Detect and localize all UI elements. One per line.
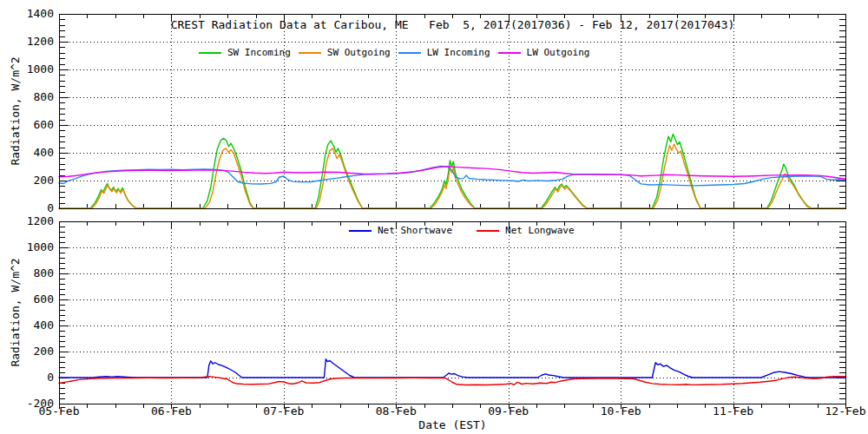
y-tick-label: 200 [2,174,54,187]
legend-label: LW Incoming [427,47,490,58]
plot-frame [60,222,846,404]
x-axis-label: Date (EST) [59,418,846,431]
legend-label: LW Outgoing [527,47,590,58]
legend-item-sw-outgoing: SW Outgoing [299,47,391,58]
net-shortwave-line-swatch [349,230,372,232]
sw-outgoing-line-swatch [299,52,321,54]
y-tick-label: 0 [2,202,54,214]
y-tick-label: 800 [2,91,54,103]
legend-item-net-shortwave: Net Shortwave [349,225,452,236]
sw-incoming-line-swatch [199,52,221,54]
axis-ticks [59,14,846,209]
x-tick-label: 10-Feb [593,405,648,418]
y-tick-label: 1200 [2,215,54,227]
legend-item-lw-incoming: LW Incoming [398,47,490,58]
x-tick-label: 05-Feb [31,405,87,418]
x-tick-label: 09-Feb [481,405,536,418]
radiation-components-plot [59,14,846,208]
y-tick-label: 1200 [2,36,54,48]
axis-ticks [59,221,846,409]
y-tick-label: 1000 [2,241,54,253]
legend-item-sw-incoming: SW Incoming [199,47,291,58]
net-radiation-plot [59,221,846,404]
y-tick-label: 200 [2,345,54,358]
bottom-panel [59,221,846,404]
legend-label: SW Incoming [227,47,291,58]
top-panel [59,14,846,208]
y-tick-label: 1000 [2,63,54,76]
plot-frame [60,15,846,209]
y-tick-label: 800 [2,267,54,279]
y-tick-label: 1400 [2,8,54,20]
x-tick-label: 11-Feb [706,405,761,418]
x-tick-label: 12-Feb [818,405,868,418]
y-tick-label: 0 [2,372,54,384]
net-shortwave-line [59,359,845,378]
legend-label: Net Shortwave [378,225,452,236]
y-tick-label: 400 [2,147,54,159]
legend-item-lw-outgoing: LW Outgoing [498,47,590,58]
x-tick-label: 06-Feb [143,405,199,418]
legend-label: Net Longwave [505,225,574,236]
lw-incoming-line-swatch [398,52,421,54]
radiation-chart-page: CREST Radiation Data at Caribou, ME Feb … [0,0,868,434]
x-tick-label: 07-Feb [256,405,312,418]
gridlines [59,14,845,208]
y-tick-label: 600 [2,293,54,306]
lw-outgoing-line [59,167,845,179]
y-tick-label: 600 [2,119,54,131]
y-tick-label: 400 [2,319,54,332]
legend-item-net-longwave: Net Longwave [477,225,574,236]
net-longwave-line-swatch [477,230,499,232]
gridlines [59,221,845,404]
legend-label: SW Outgoing [327,47,391,58]
x-tick-label: 08-Feb [368,405,424,418]
lw-outgoing-line-swatch [498,52,521,54]
top-panel-legend: SW Incoming SW Outgoing LW Incoming LW O… [199,47,589,58]
bottom-panel-legend: Net Shortwave Net Longwave [349,225,575,236]
